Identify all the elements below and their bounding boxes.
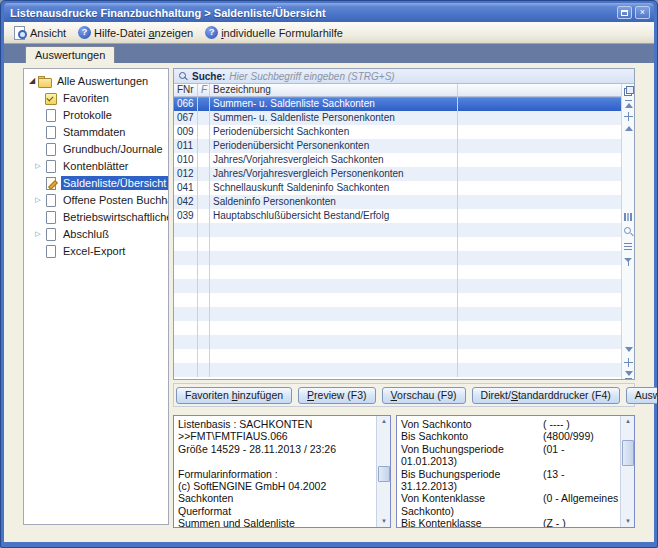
zoom-icon[interactable] bbox=[623, 226, 634, 237]
table-row[interactable]: 042 Saldeninfo Personenkonten bbox=[174, 195, 621, 209]
scroll-down-icon[interactable]: ▼ bbox=[378, 516, 390, 527]
cell-fnr: 009 bbox=[174, 125, 198, 139]
tree-item[interactable]: Favoriten bbox=[24, 89, 168, 106]
cell-bezeichnung: Jahres/Vorjahresvergleich Personenkonten bbox=[210, 167, 458, 181]
table-row[interactable]: 041 Schnellauskunft Saldeninfo Sachkonte… bbox=[174, 181, 621, 195]
scroll-down-icon[interactable]: ▼ bbox=[622, 516, 634, 527]
scroll-up-icon[interactable]: ▲ bbox=[378, 416, 390, 427]
table-row[interactable]: 066 Summen- u. Saldenliste Sachkonten bbox=[174, 97, 621, 111]
table-row[interactable]: 009 Periodenübersicht Sachkonten bbox=[174, 125, 621, 139]
sort-icon[interactable] bbox=[623, 241, 634, 252]
toolbar-button[interactable]: Hilfe-Datei anzeigen bbox=[73, 25, 198, 40]
cell-fnr: 041 bbox=[174, 181, 198, 195]
action-button[interactable]: Direkt/Standarddrucker (F4) bbox=[472, 387, 620, 404]
close-button[interactable]: × bbox=[635, 6, 650, 19]
action-button[interactable]: Auswertung drucken bbox=[626, 387, 658, 404]
table-row[interactable]: 010 Jahres/Vorjahresvergleich Sachkonten bbox=[174, 153, 621, 167]
tree-root-alle-auswertungen[interactable]: Alle Auswertungen bbox=[24, 72, 168, 89]
cell-filler bbox=[458, 181, 621, 195]
table-column: FNr F Bezeichnung 066 Summen- u. Saldenl… bbox=[174, 84, 621, 379]
cell-bezeichnung: Periodenübersicht Sachkonten bbox=[210, 125, 458, 139]
tab-band: Auswertungen bbox=[4, 44, 654, 63]
table-row-empty[interactable] bbox=[174, 335, 621, 349]
search-icon bbox=[178, 71, 188, 81]
info-line: Sachkonten bbox=[178, 492, 376, 504]
selection-info-scrollbar[interactable]: ▲ ▼ bbox=[620, 416, 634, 527]
columns-icon[interactable] bbox=[623, 211, 634, 222]
selection-info-panel: Von Sachkonto( ---- )Bis Sachkonto(4800/… bbox=[396, 415, 635, 528]
tree-item[interactable]: Kontenblätter bbox=[24, 157, 168, 174]
tree-item[interactable]: Excel-Export bbox=[24, 242, 168, 259]
search-bar[interactable]: Suche: Hier Suchbegriff eingeben (STRG+S… bbox=[174, 69, 634, 84]
tree-expander-icon[interactable] bbox=[32, 230, 44, 238]
table-row-empty[interactable] bbox=[174, 307, 621, 321]
table-row[interactable]: 011 Periodenübersicht Personenkonten bbox=[174, 139, 621, 153]
table-row[interactable]: 039 Hauptabschlußübersicht Bestand/Erfol… bbox=[174, 209, 621, 223]
search-input[interactable]: Hier Suchbegriff eingeben (STRG+S) bbox=[229, 71, 394, 82]
filter-icon[interactable] bbox=[623, 256, 634, 267]
tree-item-icon bbox=[44, 177, 57, 189]
restore-button[interactable] bbox=[617, 6, 632, 19]
table-row-empty[interactable] bbox=[174, 251, 621, 265]
selection-label: Bis Kontenklasse bbox=[401, 517, 543, 527]
cell-f bbox=[198, 167, 210, 181]
tree-item[interactable]: Abschluß bbox=[24, 225, 168, 242]
tree-item[interactable]: Offene Posten Buchhaltung bbox=[24, 191, 168, 208]
cell-fnr: 011 bbox=[174, 139, 198, 153]
info-line: Querformat bbox=[178, 505, 376, 517]
tree-item[interactable]: Stammdaten bbox=[24, 123, 168, 140]
action-button[interactable]: Preview (F3) bbox=[298, 387, 376, 404]
tree-item-icon bbox=[44, 92, 57, 104]
toolbar-button[interactable]: Ansicht bbox=[7, 25, 71, 41]
column-header-fnr[interactable]: FNr bbox=[174, 84, 198, 96]
tree-item-label: Betriebswirtschaftliche Auswertungen bbox=[61, 210, 169, 224]
table-row-empty[interactable] bbox=[174, 265, 621, 279]
scroll-up-icon[interactable] bbox=[623, 123, 634, 134]
record-prev-icon[interactable] bbox=[623, 111, 634, 122]
app-window: Listenausdrucke Finanzbuchhaltung > Sald… bbox=[0, 0, 658, 548]
column-header-bezeichnung[interactable]: Bezeichnung bbox=[210, 84, 458, 96]
action-button[interactable]: Favoriten hinzufügen bbox=[176, 387, 292, 404]
copy-icon[interactable] bbox=[623, 85, 634, 96]
selection-row: Bis Buchungsperiode(13 - 31.12.2013) bbox=[401, 468, 620, 493]
cell-f bbox=[198, 181, 210, 195]
selection-row: Von Sachkonto( ---- ) bbox=[401, 418, 620, 430]
tree-item-label: Saldenliste/Übersicht bbox=[61, 176, 168, 190]
tab-auswertungen[interactable]: Auswertungen bbox=[25, 46, 115, 63]
table-row-empty[interactable] bbox=[174, 279, 621, 293]
table-row-empty[interactable] bbox=[174, 223, 621, 237]
form-info-scrollbar[interactable]: ▲ ▼ bbox=[376, 416, 390, 527]
table-row-empty[interactable] bbox=[174, 321, 621, 335]
tree-item[interactable]: Protokolle bbox=[24, 106, 168, 123]
scrollbar-thumb[interactable] bbox=[622, 440, 634, 466]
selection-label: Von Sachkonto bbox=[401, 418, 543, 430]
scroll-top-icon[interactable] bbox=[623, 99, 634, 110]
action-button[interactable]: Vorschau (F9) bbox=[382, 387, 466, 404]
table-row-empty[interactable] bbox=[174, 349, 621, 363]
tree-item[interactable]: Grundbuch/Journale bbox=[24, 140, 168, 157]
tree-item-label: Kontenblätter bbox=[61, 159, 130, 173]
tree-expander-icon[interactable] bbox=[32, 196, 44, 204]
tree-item[interactable]: Betriebswirtschaftliche Auswertungen bbox=[24, 208, 168, 225]
table-row[interactable]: 067 Summen- u. Saldenliste Personenkonte… bbox=[174, 111, 621, 125]
table-row-empty[interactable] bbox=[174, 363, 621, 377]
tree-expander-icon[interactable] bbox=[32, 162, 44, 170]
tree-expander-icon[interactable] bbox=[26, 76, 38, 85]
scrollbar-thumb[interactable] bbox=[378, 466, 390, 482]
table-row-empty[interactable] bbox=[174, 293, 621, 307]
scroll-bottom-icon[interactable] bbox=[623, 369, 634, 380]
scroll-down-icon[interactable] bbox=[623, 345, 634, 356]
tree-item-icon bbox=[44, 211, 57, 223]
table-row-empty[interactable] bbox=[174, 237, 621, 251]
info-line: (c) SoftENGINE GmbH 04.2002 bbox=[178, 480, 376, 492]
toolbar-button[interactable]: individuelle Formularhilfe bbox=[200, 25, 348, 40]
record-next-icon[interactable] bbox=[623, 357, 634, 368]
column-header-f[interactable]: F bbox=[198, 84, 210, 96]
tree-item[interactable]: Saldenliste/Übersicht bbox=[24, 174, 168, 191]
table-row[interactable]: 012 Jahres/Vorjahresvergleich Personenko… bbox=[174, 167, 621, 181]
selection-label: Von Kontenklasse bbox=[401, 492, 543, 504]
content-area: Alle Auswertungen Favoriten Protokolle bbox=[4, 63, 654, 542]
scroll-up-icon[interactable]: ▲ bbox=[622, 416, 634, 427]
cell-bezeichnung: Jahres/Vorjahresvergleich Sachkonten bbox=[210, 153, 458, 167]
list-main: FNr F Bezeichnung 066 Summen- u. Saldenl… bbox=[174, 84, 634, 379]
